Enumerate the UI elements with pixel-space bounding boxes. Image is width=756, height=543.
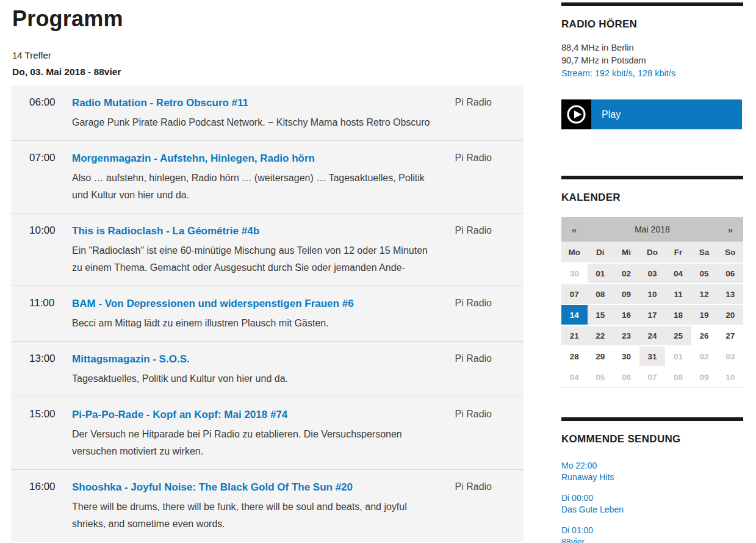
- entry-title-link[interactable]: Mittagsmagazin - S.O.S.: [72, 352, 190, 367]
- calendar-day: 28: [561, 346, 588, 367]
- calendar-day[interactable]: 18: [665, 304, 691, 325]
- calendar-week-row: 14151617181920: [561, 304, 743, 325]
- calendar-day[interactable]: 21: [561, 325, 588, 346]
- calendar-week-row: 07080910111213: [561, 284, 743, 304]
- entry-time: 11:00: [29, 297, 72, 309]
- calendar-week-row: 30010203040506: [561, 263, 743, 284]
- entry-description: Becci am Mittag lädt zu einem illustren …: [72, 315, 440, 332]
- entry-main: BAM - Von Depressionen und widerspenstig…: [72, 297, 440, 332]
- calendar-day[interactable]: 11: [665, 284, 691, 304]
- calendar-day[interactable]: 31: [639, 346, 666, 367]
- calendar-day[interactable]: 23: [613, 325, 639, 346]
- calendar-next-button[interactable]: »: [717, 217, 743, 242]
- date-heading: Do, 03. Mai 2018 - 88vier: [12, 67, 524, 77]
- program-entry: 10:00 This is Radioclash - La Géométrie …: [11, 213, 524, 286]
- calendar-month-label: Mai 2018: [588, 217, 718, 242]
- calendar-day: 27: [717, 325, 743, 346]
- upcoming-time-link[interactable]: Di 00:00: [561, 492, 743, 504]
- program-entry: 11:00 BAM - Von Depressionen und widersp…: [11, 286, 524, 341]
- entry-title-link[interactable]: Shooshka - Joyful Noise: The Black Gold …: [72, 480, 353, 495]
- entry-title-link[interactable]: This is Radioclash - La Géométrie #4b: [72, 224, 259, 239]
- frequency-lines: 88,4 MHz in Berlin90,7 MHz in Potsdam: [561, 41, 743, 67]
- calendar-day[interactable]: 10: [639, 284, 666, 304]
- calendar-day[interactable]: 14: [561, 304, 588, 325]
- entry-title-link[interactable]: BAM - Von Depressionen und widerspenstig…: [72, 297, 354, 311]
- calendar-day[interactable]: 05: [691, 263, 718, 284]
- entry-time: 07:00: [29, 151, 72, 164]
- upcoming-name-link[interactable]: Runaway Hits: [561, 472, 743, 483]
- calendar-weekday: Fr: [665, 242, 691, 263]
- entry-station: Pi Radio: [455, 480, 492, 492]
- calendar-day[interactable]: 09: [613, 284, 639, 304]
- calendar-weekday: Sa: [691, 242, 718, 263]
- entry-main: This is Radioclash - La Géométrie #4b Ei…: [72, 224, 440, 276]
- entry-title-link[interactable]: Radio Mutation - Retro Obscuro #11: [72, 96, 248, 110]
- calendar-week-row: 04050607080910: [561, 367, 743, 387]
- calendar-weekday: So: [717, 242, 743, 263]
- entry-main: Morgenmagazin - Aufstehn, Hinlegen, Radi…: [72, 151, 440, 204]
- calendar-weekday: Di: [588, 242, 614, 263]
- upcoming-time-link[interactable]: Di 01:00: [561, 525, 743, 536]
- upcoming-time-link[interactable]: Mo 22:00: [561, 460, 743, 472]
- calendar-day[interactable]: 03: [639, 263, 666, 284]
- entry-station: Pi Radio: [455, 352, 492, 364]
- calendar-day: 03: [717, 346, 743, 367]
- section-divider: [561, 176, 743, 179]
- section-divider: [561, 2, 743, 6]
- calendar-day[interactable]: 08: [588, 284, 614, 304]
- calendar-day[interactable]: 22: [588, 325, 614, 346]
- calendar-day[interactable]: 04: [665, 263, 691, 284]
- calendar-week-row: 21222324252627: [561, 325, 743, 346]
- stream-separator: ,: [633, 68, 638, 78]
- calendar-day[interactable]: 16: [613, 304, 639, 325]
- calendar-day: 02: [691, 346, 718, 367]
- entry-title-link[interactable]: Pi-Pa-Po-Rade - Kopf an Kopf: Mai 2018 #…: [72, 408, 287, 422]
- program-entry: 06:00 Radio Mutation - Retro Obscuro #11…: [11, 85, 524, 140]
- play-label: Play: [591, 99, 742, 129]
- calendar-day[interactable]: 13: [717, 284, 743, 304]
- kalender-title: KALENDER: [561, 192, 743, 204]
- play-button[interactable]: Play: [561, 99, 742, 129]
- calendar-day: 30: [561, 263, 588, 284]
- calendar-day[interactable]: 17: [639, 304, 666, 325]
- calendar-day[interactable]: 01: [588, 263, 614, 284]
- calendar-weekday: Do: [639, 242, 666, 263]
- calendar-weekday: Mi: [613, 242, 639, 263]
- calendar-day[interactable]: 02: [613, 263, 639, 284]
- entry-time: 16:00: [29, 480, 72, 493]
- entry-title-link[interactable]: Morgenmagazin - Aufstehn, Hinlegen, Radi…: [72, 151, 315, 166]
- upcoming-list: Mo 22:00Runaway HitsDi 00:00Das Gute Leb…: [561, 460, 743, 543]
- calendar-day[interactable]: 19: [691, 304, 718, 325]
- calendar-day[interactable]: 15: [588, 304, 614, 325]
- stream-link-192[interactable]: Stream: 192 kbit/s: [561, 68, 633, 78]
- entry-time: 10:00: [29, 224, 72, 237]
- radio-hoeren-title: RADIO HÖREN: [561, 18, 743, 31]
- calendar-day: 08: [665, 367, 691, 387]
- entry-time: 13:00: [29, 352, 72, 365]
- entry-main: Mittagsmagazin - S.O.S. Tagesaktuelles, …: [72, 352, 440, 387]
- frequency-line: 88,4 MHz in Berlin: [561, 41, 743, 54]
- calendar-day: 05: [588, 367, 614, 387]
- calendar-weekday: Mo: [561, 242, 588, 263]
- calendar-day: 26: [691, 325, 718, 346]
- calendar-day[interactable]: 07: [561, 284, 588, 304]
- calendar-day: 07: [639, 367, 666, 387]
- stream-link-128[interactable]: 128 kbit/s: [638, 68, 675, 78]
- calendar-prev-button[interactable]: «: [561, 217, 588, 242]
- calendar-day[interactable]: 25: [665, 325, 691, 346]
- entry-main: Shooshka - Joyful Noise: The Black Gold …: [72, 480, 440, 533]
- calendar-day[interactable]: 06: [717, 263, 743, 284]
- entry-description: Ein "Radioclash" ist eine 60-minütige Mi…: [72, 242, 440, 276]
- calendar-day[interactable]: 20: [717, 304, 743, 325]
- page-title: Programm: [12, 6, 524, 32]
- program-main: Programm 14 Treffer Do, 03. Mai 2018 - 8…: [11, 0, 524, 542]
- calendar-day[interactable]: 24: [639, 325, 666, 346]
- calendar-day[interactable]: 12: [691, 284, 718, 304]
- upcoming-name-link[interactable]: Das Gute Leben: [561, 504, 743, 516]
- kommende-sendung-title: KOMMENDE SENDUNG: [561, 433, 743, 445]
- entry-station: Pi Radio: [455, 96, 492, 108]
- sidebar: RADIO HÖREN 88,4 MHz in Berlin90,7 MHz i…: [561, 0, 743, 543]
- entry-station: Pi Radio: [455, 297, 492, 309]
- upcoming-name-link[interactable]: 88vier: [561, 536, 743, 543]
- frequency-line: 90,7 MHz in Potsdam: [561, 54, 743, 67]
